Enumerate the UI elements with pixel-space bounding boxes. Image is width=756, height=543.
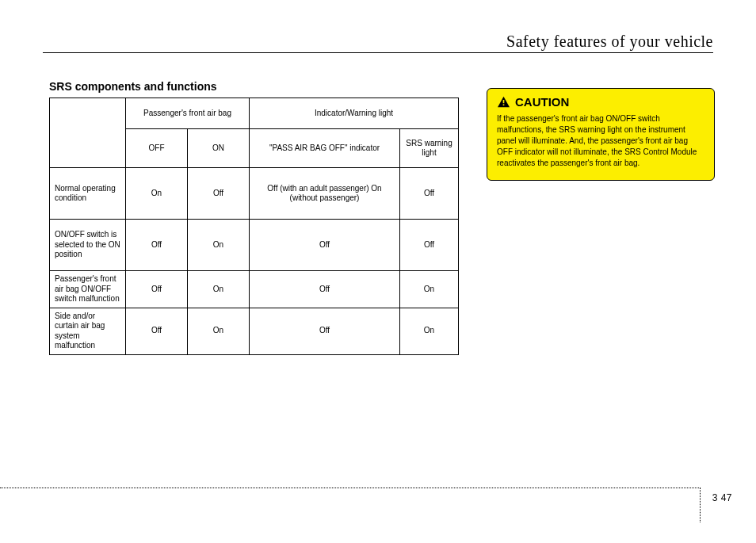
caution-heading: CAUTION [515,95,569,109]
cell: Off [250,308,400,354]
col-group-airbag: Passenger's front air bag [126,98,250,129]
col-on: ON [188,129,250,168]
cell: Off [126,308,188,354]
cell: Off [400,168,459,220]
row-label: Side and/or curtain air bag system malfu… [50,308,126,354]
table-row: Normal operating condition On Off Off (w… [50,168,459,220]
row-label: Normal operating condition [50,168,126,220]
cell: On [400,308,459,354]
cell: Off [400,220,459,271]
caution-box: CAUTION If the passenger's front air bag… [487,88,715,181]
cell: On [188,271,250,308]
cell: Off [188,168,250,220]
svg-rect-1 [503,100,505,103]
warning-triangle-icon [497,96,510,108]
col-pass-indicator: "PASS AIR BAG OFF" indicator [250,129,400,168]
table-row: Passenger's front air bag ON/OFF switch … [50,271,459,308]
page-title: Safety features of your vehicle [506,33,713,51]
col-off: OFF [126,129,188,168]
row-label: Passenger's front air bag ON/OFF switch … [50,271,126,308]
col-srs-light: SRS warning light [400,129,459,168]
cell: Off [250,220,400,271]
cell: Off (with an adult passenger) On (withou… [250,168,400,220]
cell: Off [250,271,400,308]
cell: On [126,168,188,220]
conditions-table: Passenger's front air bag Indicator/Warn… [49,98,459,355]
cell: On [188,220,250,271]
cell: Off [126,220,188,271]
table-row: Side and/or curtain air bag system malfu… [50,308,459,354]
cell: On [188,308,250,354]
cell: On [400,271,459,308]
row-label: ON/OFF switch is selected to the ON posi… [50,220,126,271]
page-number: 3 47 [712,492,732,503]
cell: Off [126,271,188,308]
table-corner [50,98,126,168]
table-row: ON/OFF switch is selected to the ON posi… [50,220,459,271]
page-footer: 3 47 [0,488,756,514]
svg-rect-2 [503,104,505,105]
col-group-indicator: Indicator/Warning light [250,98,459,129]
section-heading: SRS components and functions [49,80,471,93]
caution-body: If the passenger's front air bag ON/OFF … [497,113,704,169]
